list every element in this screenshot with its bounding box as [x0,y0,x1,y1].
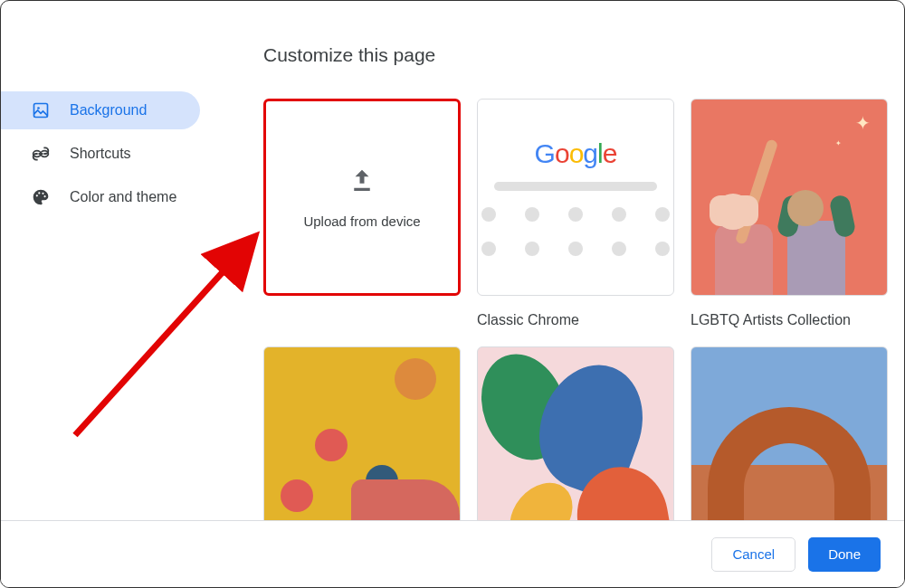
shortcut-dots [481,207,670,256]
svg-point-1 [37,107,40,109]
tile-caption: LGBTQ Artists Collection [691,312,888,330]
palette-icon [32,188,50,206]
sparkle-icon: ✦ [855,112,871,134]
customize-dialog: Background Shortcuts Col [0,0,905,588]
svg-point-6 [42,193,43,194]
sidebar-item-label: Color and theme [70,189,176,205]
flower-illustration [315,429,348,461]
backgrounds-scroll[interactable]: Upload from device Google [263,99,904,520]
svg-point-4 [36,194,38,196]
figure-illustration [787,190,845,295]
animal-illustration [351,479,460,520]
sidebar-item-shortcuts[interactable]: Shortcuts [1,135,200,173]
svg-rect-8 [354,187,370,190]
sun-illustration [395,358,436,400]
upload-tile[interactable]: Upload from device [263,99,461,296]
tile-caption: Classic Chrome [477,312,674,330]
figure-illustration [715,194,773,295]
backgrounds-grid: Upload from device Google [263,99,879,520]
sidebar-item-background[interactable]: Background [1,91,200,129]
done-button[interactable]: Done [808,537,881,572]
background-tile-latino[interactable] [263,346,461,520]
image-icon [32,101,50,119]
tile-caption [263,312,461,330]
link-icon [32,145,50,163]
flower-illustration [281,479,313,512]
upload-icon [347,166,377,197]
content-panel: Customize this page Upload from device [263,1,904,520]
svg-point-7 [44,195,46,197]
sidebar-item-label: Background [70,102,147,119]
main-area: Background Shortcuts Col [1,1,904,520]
search-bar-placeholder-shape [494,182,657,191]
background-tile-native[interactable] [477,346,674,520]
sidebar: Background Shortcuts Col [1,1,263,520]
upload-label: Upload from device [303,213,420,229]
svg-rect-0 [34,104,48,118]
cancel-button[interactable]: Cancel [711,537,795,572]
page-title: Customize this page [263,44,904,66]
google-logo: Google [535,138,617,169]
svg-point-5 [38,192,40,194]
sidebar-item-label: Shortcuts [70,146,131,162]
background-tile-lgbtq[interactable]: ✦ ✦ [691,99,888,296]
dialog-footer: Cancel Done [1,520,904,587]
arch-illustration [708,407,871,520]
sparkle-icon: ✦ [835,139,842,147]
background-tile-earth[interactable] [691,346,888,520]
background-tile-classic-chrome[interactable]: Google [477,99,674,296]
sidebar-item-color-theme[interactable]: Color and theme [1,178,200,216]
